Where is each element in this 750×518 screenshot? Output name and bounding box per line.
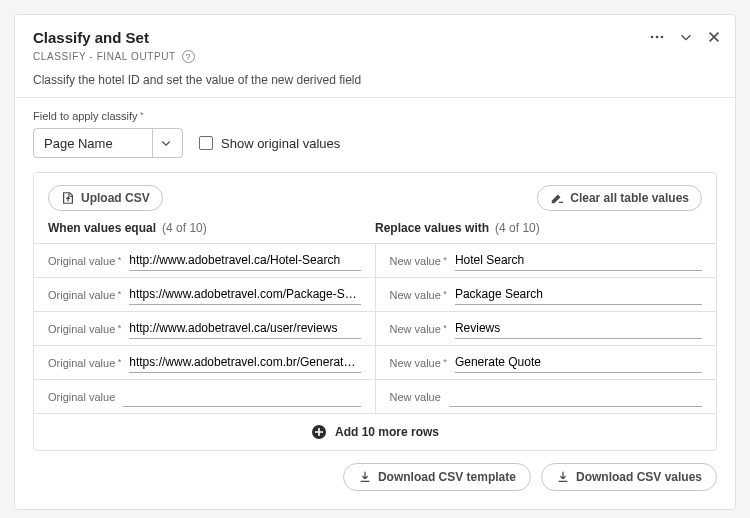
original-cell: Original value: [34, 278, 376, 311]
download-template-label: Download CSV template: [378, 470, 516, 484]
chevron-down-icon[interactable]: [679, 30, 693, 44]
svg-point-0: [651, 36, 654, 39]
svg-point-1: [656, 36, 659, 39]
table-rows: Original valueNew valueOriginal valueNew…: [34, 243, 716, 414]
original-value-label: Original value: [48, 255, 121, 267]
show-original-label: Show original values: [221, 136, 340, 151]
new-value-input[interactable]: [455, 318, 702, 339]
new-value-label: New value: [390, 391, 441, 403]
panel-title: Classify and Set: [33, 29, 717, 46]
original-value-input[interactable]: [123, 386, 360, 407]
chevron-down-icon: [152, 129, 178, 157]
new-value-label: New value: [390, 323, 447, 335]
upload-csv-button[interactable]: Upload CSV: [48, 185, 163, 211]
left-header-count: (4 of 10): [162, 221, 207, 235]
new-cell: New value: [376, 380, 717, 413]
svg-point-2: [661, 36, 664, 39]
original-value-input[interactable]: [129, 318, 360, 339]
original-value-input[interactable]: [129, 250, 360, 271]
download-values-button[interactable]: Download CSV values: [541, 463, 717, 491]
new-value-label: New value: [390, 289, 447, 301]
new-value-input[interactable]: [455, 284, 702, 305]
help-icon[interactable]: ?: [182, 50, 195, 63]
classify-panel: Classify and Set CLASSIFY - FINAL OUTPUT…: [14, 14, 736, 510]
left-header-text: When values equal: [48, 221, 156, 235]
upload-csv-label: Upload CSV: [81, 191, 150, 205]
field-select[interactable]: Page Name: [33, 128, 183, 158]
table-row: Original valueNew value: [34, 346, 716, 380]
original-cell: Original value: [34, 346, 376, 379]
original-cell: Original value: [34, 312, 376, 345]
show-original-checkbox[interactable]: [199, 136, 213, 150]
column-headers: When values equal (4 of 10) Replace valu…: [34, 211, 716, 243]
table-row: Original valueNew value: [34, 244, 716, 278]
panel-description: Classify the hotel ID and set the value …: [33, 73, 717, 87]
header-actions: [649, 29, 721, 45]
original-value-label: Original value: [48, 357, 121, 369]
clear-table-label: Clear all table values: [570, 191, 689, 205]
values-table: Upload CSV Clear all table values When v…: [33, 172, 717, 451]
right-header-text: Replace values with: [375, 221, 489, 235]
add-rows-button[interactable]: Add 10 more rows: [34, 414, 716, 450]
close-icon[interactable]: [707, 30, 721, 44]
new-value-input[interactable]: [455, 250, 702, 271]
new-value-input[interactable]: [449, 386, 702, 407]
original-value-input[interactable]: [129, 352, 360, 373]
table-row: Original valueNew value: [34, 312, 716, 346]
panel-breadcrumb: CLASSIFY - FINAL OUTPUT ?: [33, 50, 717, 63]
right-header: Replace values with (4 of 10): [375, 221, 702, 235]
table-row: Original valueNew value: [34, 278, 716, 312]
original-value-label: Original value: [48, 289, 121, 301]
new-cell: New value: [376, 244, 717, 277]
original-cell: Original value: [34, 380, 376, 413]
breadcrumb-text: CLASSIFY - FINAL OUTPUT: [33, 51, 176, 62]
original-cell: Original value: [34, 244, 376, 277]
clear-table-button[interactable]: Clear all table values: [537, 185, 702, 211]
new-value-label: New value: [390, 255, 447, 267]
field-select-value: Page Name: [44, 136, 113, 151]
new-value-label: New value: [390, 357, 447, 369]
add-rows-label: Add 10 more rows: [335, 425, 439, 439]
original-value-label: Original value: [48, 323, 121, 335]
new-cell: New value: [376, 278, 717, 311]
footer-buttons: Download CSV template Download CSV value…: [15, 463, 735, 509]
table-row: Original valueNew value: [34, 380, 716, 414]
field-row: Page Name Show original values: [33, 128, 717, 158]
download-template-button[interactable]: Download CSV template: [343, 463, 531, 491]
right-header-count: (4 of 10): [495, 221, 540, 235]
field-section: Field to apply classify Page Name Show o…: [15, 98, 735, 172]
download-values-label: Download CSV values: [576, 470, 702, 484]
show-original-row: Show original values: [199, 136, 340, 151]
more-icon[interactable]: [649, 29, 665, 45]
original-value-input[interactable]: [129, 284, 360, 305]
new-cell: New value: [376, 312, 717, 345]
table-toolbar: Upload CSV Clear all table values: [34, 173, 716, 211]
original-value-label: Original value: [48, 391, 115, 403]
field-label: Field to apply classify: [33, 110, 717, 122]
panel-header: Classify and Set CLASSIFY - FINAL OUTPUT…: [15, 15, 735, 97]
new-value-input[interactable]: [455, 352, 702, 373]
left-header: When values equal (4 of 10): [48, 221, 375, 235]
new-cell: New value: [376, 346, 717, 379]
